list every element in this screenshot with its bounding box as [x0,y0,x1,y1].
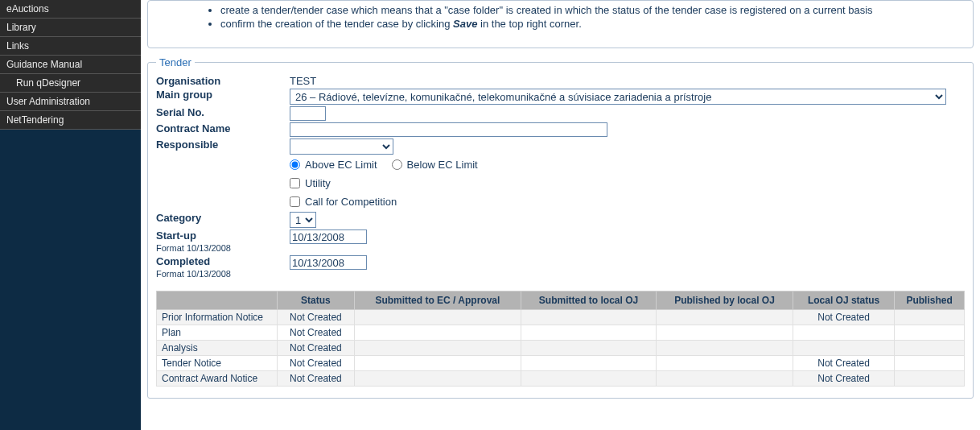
th-published: Published [895,291,965,310]
cell [657,356,793,371]
startup-date-input[interactable] [290,229,367,244]
label-below-ec: Below EC Limit [407,159,478,171]
intro-li-2: confirm the creation of the tender case … [220,18,961,30]
label-completed-format: Format 10/13/2008 [156,269,231,279]
sidebar-item-run-qdesigner[interactable]: Run qDesigner [0,74,141,93]
label-completed: Completed [156,255,210,267]
cell-status: Not Created [278,341,355,356]
cell [521,325,656,341]
cell [354,325,521,341]
main-content: create a tender/tender case which means … [141,0,980,430]
sidebar-item-links[interactable]: Links [0,37,141,56]
tender-legend: Tender [156,56,195,68]
cell-local-oj-status [793,341,894,356]
label-above-ec: Above EC Limit [305,159,377,171]
intro-li-1: create a tender/tender case which means … [220,4,961,16]
utility-checkbox[interactable] [290,178,300,188]
sidebar-item-user-administration[interactable]: User Administration [0,93,141,111]
cell-local-oj-status: Not Created [793,371,894,387]
label-contract: Contract Name [156,122,230,134]
th-submitted-ec: Submitted to EC / Approval [354,291,521,310]
th-blank [157,291,278,310]
sidebar-item-library[interactable]: Library [0,19,141,37]
row-link-plan[interactable]: Plan [162,327,181,338]
cell [895,356,965,371]
row-link-contract-award-notice[interactable]: Contract Award Notice [162,373,257,384]
sidebar-item-eauctions[interactable]: eAuctions [0,0,141,19]
cell-status: Not Created [278,325,355,341]
label-category: Category [156,212,201,224]
below-ec-limit-radio[interactable] [392,159,402,170]
row-link-tender-notice[interactable]: Tender Notice [162,358,221,369]
row-link-prior-information-notice[interactable]: Prior Information Notice [162,312,263,323]
th-status: Status [278,291,355,310]
cell-local-oj-status: Not Created [793,356,894,371]
table-row: Contract Award Notice Not Created Not Cr… [157,371,965,387]
tender-fieldset: Tender Organisation TEST Main group 26 –… [147,56,974,399]
maingroup-select[interactable]: 26 – Rádiové, televízne, komunikačné, te… [290,89,946,105]
cell [354,371,521,387]
cell [354,356,521,371]
cell [521,310,656,325]
contract-name-input[interactable] [290,122,607,137]
row-link-analysis[interactable]: Analysis [162,342,198,354]
call-for-competition-checkbox[interactable] [290,196,300,207]
value-organisation: TEST [290,75,316,87]
label-responsible: Responsible [156,139,218,151]
cell-local-oj-status: Not Created [793,310,894,325]
sidebar-item-nettendering[interactable]: NetTendering [0,111,141,130]
cell [895,371,965,387]
label-startup-format: Format 10/13/2008 [156,243,231,253]
label-startup: Start-up [156,229,196,242]
responsible-select[interactable] [290,139,393,155]
sidebar: eAuctions Library Links Guidance Manual … [0,0,141,430]
cell-status: Not Created [278,356,355,371]
table-row: Plan Not Created [157,325,965,341]
cell [521,341,656,356]
cell [895,341,965,356]
intro-text-tail: in the top right corner. [477,18,581,30]
cell-local-oj-status [793,325,894,341]
cell [657,341,793,356]
intro-text: confirm the creation of the tender case … [220,18,453,30]
serial-input[interactable] [290,106,326,121]
cell [895,325,965,341]
th-local-oj-status: Local OJ status [793,291,894,310]
cell [354,341,521,356]
above-ec-limit-radio[interactable] [290,159,300,170]
cell [521,356,656,371]
cell [657,325,793,341]
cell [521,371,656,387]
label-utility: Utility [305,177,331,189]
intro-save-word: Save [453,18,477,30]
table-row: Tender Notice Not Created Not Created [157,356,965,371]
table-row: Prior Information Notice Not Created Not… [157,310,965,325]
label-maingroup: Main group [156,89,212,101]
label-callcomp: Call for Competition [305,196,397,208]
sidebar-item-guidance-manual[interactable]: Guidance Manual [0,56,141,74]
cell-status: Not Created [278,310,355,325]
cell-status: Not Created [278,371,355,387]
table-row: Analysis Not Created [157,341,965,356]
cell [657,310,793,325]
status-table: Status Submitted to EC / Approval Submit… [156,291,965,387]
label-organisation: Organisation [156,75,220,87]
intro-box: create a tender/tender case which means … [147,0,974,48]
completed-date-input[interactable] [290,255,367,270]
th-published-local-oj: Published by local OJ [657,291,793,310]
cell [354,310,521,325]
label-serial: Serial No. [156,106,204,118]
category-select[interactable]: 1 [290,212,316,228]
cell [657,371,793,387]
cell [895,310,965,325]
th-submitted-local-oj: Submitted to local OJ [521,291,656,310]
